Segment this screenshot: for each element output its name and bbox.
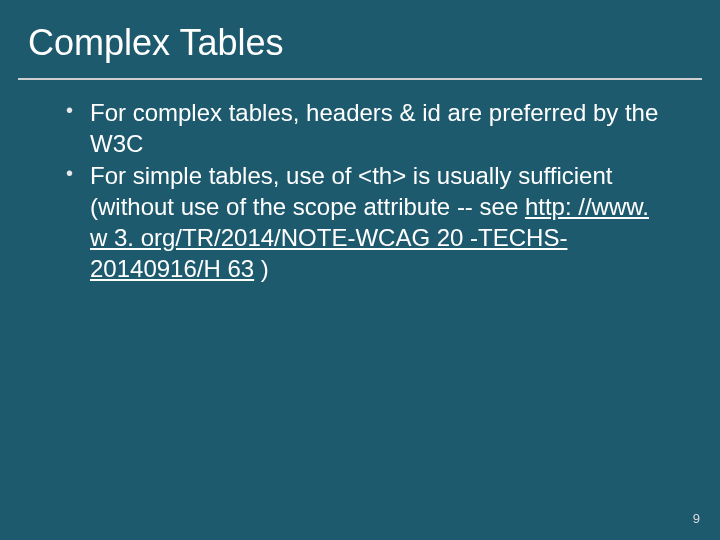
bullet-text-post: ) (254, 255, 269, 282)
bullet-list: For complex tables, headers & id are pre… (60, 98, 660, 284)
bullet-item: For complex tables, headers & id are pre… (60, 98, 660, 159)
slide: Complex Tables For complex tables, heade… (0, 0, 720, 540)
bullet-text: For complex tables, headers & id are pre… (90, 99, 658, 157)
bullet-item: For simple tables, use of <th> is usuall… (60, 161, 660, 284)
page-number: 9 (693, 511, 700, 526)
slide-title: Complex Tables (0, 0, 720, 70)
content-area: For complex tables, headers & id are pre… (0, 80, 720, 284)
